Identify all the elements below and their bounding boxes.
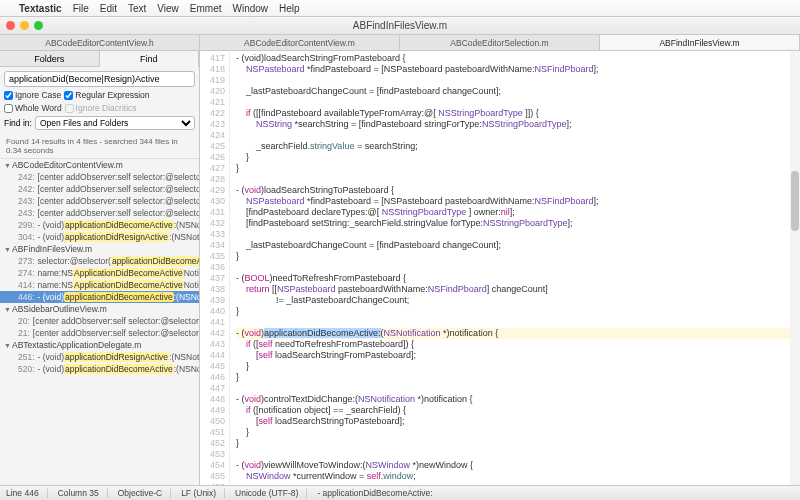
result-line[interactable]: 21:[center addObserver:self selector:@se… (0, 327, 199, 339)
menu-view[interactable]: View (157, 3, 179, 14)
result-file-header[interactable]: ▼ABFindInFilesView.m (0, 243, 199, 255)
scrollbar[interactable] (790, 51, 800, 485)
window-titlebar: ABFindInFilesView.m (0, 17, 800, 35)
window-title: ABFindInFilesView.m (353, 20, 447, 31)
disclosure-icon: ▼ (4, 342, 12, 349)
ignore-diacritics-checkbox: Ignore Diacritics (65, 103, 137, 113)
status-column[interactable]: Column 35 (58, 488, 108, 498)
status-line[interactable]: Line 446 (6, 488, 48, 498)
result-line[interactable]: 251:- (void)applicationDidResignActive:(… (0, 351, 199, 363)
scrollbar-thumb[interactable] (791, 171, 799, 231)
result-file-header[interactable]: ▼ABSidebarOutlineView.m (0, 303, 199, 315)
line-gutter: 4174184194204214224234244254264274284294… (200, 51, 230, 485)
editor-tabbar: ABCodeEditorContentView.hABCodeEditorCon… (0, 35, 800, 51)
findin-label: Find in: (4, 118, 32, 128)
result-line[interactable]: 243:[center addObserver:self selector:@s… (0, 207, 199, 219)
result-line[interactable]: 242:[center addObserver:self selector:@s… (0, 171, 199, 183)
statusbar: Line 446 Column 35 Objective-C LF (Unix)… (0, 485, 800, 500)
menu-window[interactable]: Window (233, 3, 269, 14)
editor-tab[interactable]: ABCodeEditorContentView.m (200, 35, 400, 50)
disclosure-icon: ▼ (4, 306, 12, 313)
editor-tab[interactable]: ABCodeEditorContentView.h (0, 35, 200, 50)
window-controls (6, 21, 43, 30)
menu-emmet[interactable]: Emmet (190, 3, 222, 14)
sidebar-tab-find[interactable]: Find (100, 51, 200, 67)
close-icon[interactable] (6, 21, 15, 30)
app-name[interactable]: Textastic (19, 3, 62, 14)
system-menubar: Textastic File Edit Text View Emmet Wind… (0, 0, 800, 17)
result-file-header[interactable]: ▼ABTextasticApplicationDelegate.m (0, 339, 199, 351)
ignore-case-checkbox[interactable]: Ignore Case (4, 90, 61, 100)
result-file-header[interactable]: ▼ABCodeEditorContentView.m (0, 159, 199, 171)
result-line[interactable]: 243:[center addObserver:self selector:@s… (0, 195, 199, 207)
whole-word-checkbox[interactable]: Whole Word (4, 103, 62, 113)
status-symbol[interactable]: - applicationDidBecomeActive: (317, 488, 432, 498)
zoom-icon[interactable] (34, 21, 43, 30)
search-summary: Found 14 results in 4 files - searched 3… (0, 134, 199, 159)
disclosure-icon: ▼ (4, 246, 12, 253)
search-input[interactable] (4, 71, 195, 87)
editor-tab[interactable]: ABFindInFilesView.m (600, 35, 800, 50)
code-area[interactable]: - (void)loadSearchStringFromPasteboard {… (230, 51, 800, 485)
result-line[interactable]: 520:- (void)applicationDidBecomeActive:(… (0, 363, 199, 375)
menu-text[interactable]: Text (128, 3, 146, 14)
result-line[interactable]: 273:selector:@selector(applicationDidBec… (0, 255, 199, 267)
code-editor[interactable]: 4174184194204214224234244254264274284294… (200, 51, 800, 485)
result-line[interactable]: 274:name:NSApplicationDidBecomeActiveNot… (0, 267, 199, 279)
status-encoding[interactable]: Unicode (UTF-8) (235, 488, 307, 498)
status-lineending[interactable]: LF (Unix) (181, 488, 225, 498)
result-line[interactable]: 299:- (void)applicationDidBecomeActive:(… (0, 219, 199, 231)
status-language[interactable]: Objective-C (118, 488, 171, 498)
result-line[interactable]: 446:- (void)applicationDidBecomeActive:(… (0, 291, 199, 303)
result-line[interactable]: 242:[center addObserver:self selector:@s… (0, 183, 199, 195)
menu-help[interactable]: Help (279, 3, 300, 14)
result-line[interactable]: 414:name:NSApplicationDidBecomeActiveNot… (0, 279, 199, 291)
search-results: ▼ABCodeEditorContentView.m242:[center ad… (0, 159, 199, 485)
sidebar-tab-folders[interactable]: Folders (0, 51, 100, 67)
regex-checkbox[interactable]: Regular Expression (64, 90, 149, 100)
result-line[interactable]: 20:[center addObserver:self selector:@se… (0, 315, 199, 327)
menu-file[interactable]: File (73, 3, 89, 14)
findin-select[interactable]: Open Files and Folders (35, 116, 195, 130)
menu-edit[interactable]: Edit (100, 3, 117, 14)
result-line[interactable]: 304:- (void)applicationDidResignActive:(… (0, 231, 199, 243)
disclosure-icon: ▼ (4, 162, 12, 169)
minimize-icon[interactable] (20, 21, 29, 30)
sidebar: Folders Find Ignore Case Regular Express… (0, 51, 200, 485)
editor-tab[interactable]: ABCodeEditorSelection.m (400, 35, 600, 50)
